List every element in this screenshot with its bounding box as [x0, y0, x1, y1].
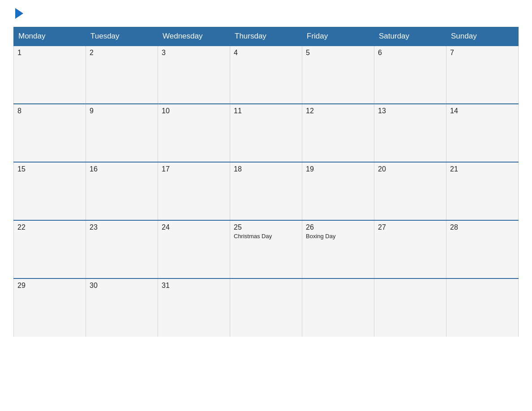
- day-number: 29: [17, 282, 82, 290]
- calendar-cell: 7: [446, 46, 519, 104]
- calendar-cell: 25Christmas Day: [230, 220, 302, 278]
- calendar-week-row: 1234567: [14, 46, 519, 104]
- calendar-header-friday: Friday: [302, 27, 374, 46]
- calendar-cell: 21: [446, 162, 519, 220]
- calendar-header-row: MondayTuesdayWednesdayThursdayFridaySatu…: [14, 27, 519, 46]
- day-number: 27: [378, 223, 442, 231]
- day-number: 25: [234, 223, 298, 231]
- calendar-cell: 5: [302, 46, 374, 104]
- holiday-name: Christmas Day: [234, 233, 298, 240]
- day-number: 20: [378, 165, 442, 173]
- calendar-cell: 1: [14, 46, 86, 104]
- day-number: 16: [90, 165, 154, 173]
- calendar-cell: 23: [86, 220, 158, 278]
- day-number: 7: [450, 49, 515, 57]
- holiday-name: Boxing Day: [306, 233, 370, 240]
- day-number: 9: [90, 107, 154, 115]
- calendar-cell: [230, 278, 302, 337]
- day-number: 19: [306, 165, 370, 173]
- day-number: 26: [306, 223, 370, 231]
- day-number: 14: [450, 107, 515, 115]
- day-number: 6: [378, 49, 442, 57]
- calendar-cell: 12: [302, 104, 374, 162]
- day-number: 1: [17, 49, 82, 57]
- day-number: 24: [162, 223, 226, 231]
- calendar-cell: 6: [374, 46, 446, 104]
- calendar-cell: 10: [158, 104, 230, 162]
- day-number: 18: [234, 165, 298, 173]
- calendar-cell: 20: [374, 162, 446, 220]
- calendar-cell: 18: [230, 162, 302, 220]
- calendar-cell: [446, 278, 519, 337]
- calendar-week-row: 22232425Christmas Day26Boxing Day2728: [14, 220, 519, 278]
- calendar-week-row: 293031: [14, 278, 519, 337]
- calendar-cell: [302, 278, 374, 337]
- calendar-cell: 4: [230, 46, 302, 104]
- calendar-cell: 29: [14, 278, 86, 337]
- calendar-header-thursday: Thursday: [230, 27, 302, 46]
- calendar-cell: 15: [14, 162, 86, 220]
- day-number: 10: [162, 107, 226, 115]
- calendar-cell: 3: [158, 46, 230, 104]
- calendar-cell: 2: [86, 46, 158, 104]
- calendar-cell: 26Boxing Day: [302, 220, 374, 278]
- logo: [13, 9, 23, 19]
- day-number: 17: [162, 165, 226, 173]
- day-number: 31: [162, 282, 226, 290]
- calendar-cell: 11: [230, 104, 302, 162]
- calendar-cell: 13: [374, 104, 446, 162]
- calendar-week-row: 15161718192021: [14, 162, 519, 220]
- calendar-cell: 19: [302, 162, 374, 220]
- calendar-cell: 22: [14, 220, 86, 278]
- calendar-cell: 8: [14, 104, 86, 162]
- day-number: 8: [17, 107, 82, 115]
- calendar-cell: 31: [158, 278, 230, 337]
- day-number: 23: [90, 223, 154, 231]
- day-number: 4: [234, 49, 298, 57]
- calendar-header-tuesday: Tuesday: [86, 27, 158, 46]
- day-number: 15: [17, 165, 82, 173]
- calendar-cell: 28: [446, 220, 519, 278]
- day-number: 11: [234, 107, 298, 115]
- day-number: 30: [90, 282, 154, 290]
- day-number: 13: [378, 107, 442, 115]
- day-number: 2: [90, 49, 154, 57]
- calendar-cell: 27: [374, 220, 446, 278]
- day-number: 22: [17, 223, 82, 231]
- logo-triangle-icon: [15, 8, 23, 19]
- calendar-week-row: 891011121314: [14, 104, 519, 162]
- day-number: 21: [450, 165, 515, 173]
- calendar-header-saturday: Saturday: [374, 27, 446, 46]
- calendar-header-wednesday: Wednesday: [158, 27, 230, 46]
- calendar-cell: 17: [158, 162, 230, 220]
- calendar-cell: 16: [86, 162, 158, 220]
- calendar-cell: 30: [86, 278, 158, 337]
- page-header: [13, 9, 519, 19]
- day-number: 3: [162, 49, 226, 57]
- calendar-cell: [374, 278, 446, 337]
- calendar-cell: 24: [158, 220, 230, 278]
- calendar-cell: 14: [446, 104, 519, 162]
- calendar-header-sunday: Sunday: [446, 27, 519, 46]
- day-number: 5: [306, 49, 370, 57]
- calendar-header-monday: Monday: [14, 27, 86, 46]
- calendar-table: MondayTuesdayWednesdayThursdayFridaySatu…: [13, 27, 519, 337]
- day-number: 12: [306, 107, 370, 115]
- day-number: 28: [450, 223, 515, 231]
- calendar-cell: 9: [86, 104, 158, 162]
